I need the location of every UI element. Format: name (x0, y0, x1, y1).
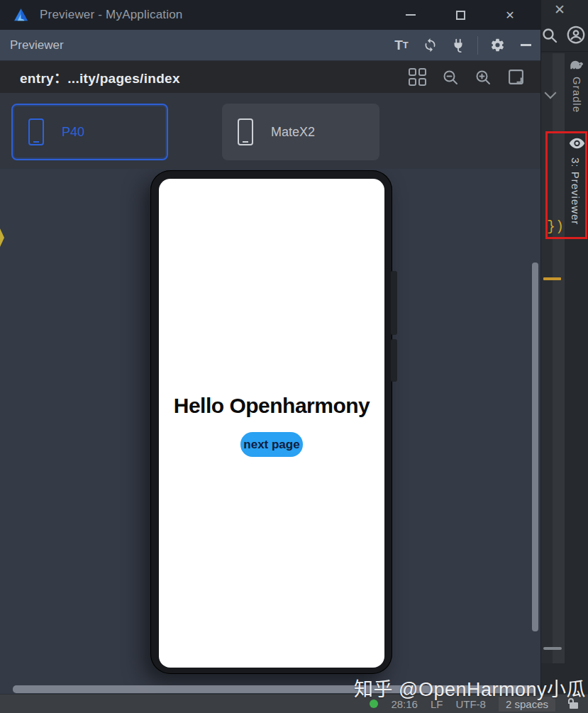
maximize-button[interactable] (451, 6, 470, 24)
preview-canvas: Hello Openharmony next page (0, 169, 540, 694)
yellow-edge-marker (0, 228, 4, 247)
deveco-logo-icon (12, 6, 30, 24)
window-title: Previewer - MyApplication (40, 8, 183, 22)
volume-button (391, 271, 397, 335)
phone-icon (238, 118, 253, 145)
ide-root: Previewer - MyApplication ✕ Previewer TT (0, 0, 588, 713)
device-selector-row: P40 MateX2 (0, 93, 540, 169)
zoom-out-icon[interactable] (442, 69, 459, 86)
previewer-toolbar-title: Previewer (10, 38, 64, 52)
device-card-p40[interactable]: P40 (11, 104, 168, 160)
ide-close-icon[interactable]: ✕ (554, 1, 565, 18)
device-screen: Hello Openharmony next page (159, 179, 384, 668)
gradle-elephant-icon (570, 60, 584, 70)
minimize-button[interactable] (401, 6, 420, 24)
multi-profile-icon[interactable] (409, 68, 426, 86)
zoom-in-icon[interactable] (475, 69, 492, 86)
preview-title-text: Hello Openharmony (159, 394, 384, 418)
plug-icon[interactable] (449, 36, 467, 55)
right-toolwindow-strip: ✕ Gradle 3: Previewer }) (540, 0, 588, 694)
panel-splitter-handle[interactable] (543, 647, 562, 650)
previewer-toolbar: Previewer TT (0, 30, 540, 61)
entry-path-bar: entry：...ity/pages/index (0, 61, 540, 93)
previewer-window: Previewer - MyApplication ✕ Previewer TT (0, 0, 540, 694)
device-name: P40 (62, 125, 84, 140)
settings-gear-icon[interactable] (488, 36, 506, 55)
device-name: MateX2 (271, 125, 315, 140)
entry-path: entry：...ity/pages/index (20, 67, 180, 87)
profile-icon[interactable] (565, 24, 587, 45)
warning-stripe-mark (543, 277, 561, 280)
next-page-button[interactable]: next page (240, 432, 303, 457)
device-card-matex2[interactable]: MateX2 (222, 104, 379, 160)
refresh-icon[interactable] (421, 36, 439, 55)
font-size-icon[interactable]: TT (392, 36, 411, 55)
highlight-red-box (545, 131, 587, 239)
window-titlebar: Previewer - MyApplication ✕ (0, 0, 540, 30)
original-size-icon[interactable] (507, 68, 525, 86)
phone-icon (28, 118, 44, 145)
gradle-tab[interactable]: Gradle (571, 77, 583, 113)
watermark-text: 知乎 @OpenHarmony小瓜 (354, 674, 586, 702)
hide-panel-icon[interactable] (516, 36, 535, 55)
window-controls: ✕ (401, 0, 519, 30)
close-button[interactable]: ✕ (501, 6, 519, 24)
power-button (391, 339, 397, 382)
search-icon[interactable] (541, 27, 558, 44)
device-frame: Hello Openharmony next page (150, 170, 392, 674)
strip-divider (541, 51, 588, 52)
vertical-scrollbar[interactable] (532, 262, 538, 631)
toolbar-separator (477, 36, 478, 55)
chevron-down-icon[interactable] (544, 87, 557, 99)
